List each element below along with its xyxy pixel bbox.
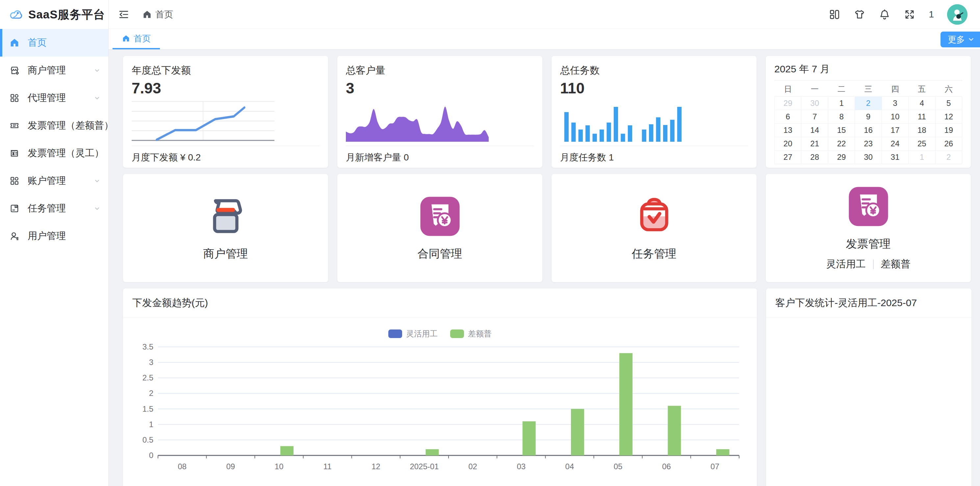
task-large-icon (633, 195, 676, 238)
calendar-weekday: 日 (775, 82, 801, 96)
calendar-weekday: 五 (908, 82, 935, 96)
svg-text:09: 09 (226, 462, 235, 471)
legend-swatch (388, 329, 402, 338)
shortcut-contract[interactable]: 合同管理 (337, 174, 542, 282)
calendar-day[interactable]: 16 (855, 123, 881, 137)
svg-text:08: 08 (178, 462, 186, 471)
calendar-day[interactable]: 20 (775, 137, 801, 150)
calendar-day[interactable]: 9 (855, 110, 881, 123)
stat-footer: 月度任务数 1 (560, 146, 748, 164)
grid-icon (9, 176, 20, 186)
calendar-day[interactable]: 31 (881, 150, 908, 164)
sublink[interactable]: 灵活用工 (826, 257, 866, 271)
theme-shirt-icon[interactable] (854, 8, 865, 21)
calendar-day[interactable]: 6 (775, 110, 801, 123)
calendar-day[interactable]: 24 (881, 137, 908, 150)
svg-text:1.5: 1.5 (143, 405, 153, 413)
calendar-day[interactable]: 10 (881, 110, 908, 123)
svg-text:04: 04 (565, 462, 574, 471)
sidebar-item-account[interactable]: 账户管理 (0, 167, 108, 195)
calendar-day[interactable]: 25 (908, 137, 935, 150)
shortcut-label: 合同管理 (418, 246, 462, 261)
svg-text:1: 1 (149, 420, 153, 429)
calendar-day[interactable]: 1 (908, 150, 935, 164)
sidebar-item-label: 发票管理（差额普） (28, 119, 113, 132)
svg-text:2.5: 2.5 (143, 373, 153, 382)
calendar-day[interactable]: 29 (828, 150, 854, 164)
calendar-day[interactable]: 29 (775, 96, 801, 110)
calendar-day[interactable]: 19 (935, 123, 962, 137)
calendar-day[interactable]: 21 (801, 137, 828, 150)
legend-swatch (450, 329, 464, 338)
calendar-day[interactable]: 13 (775, 123, 801, 137)
legend-item[interactable]: 灵活用工 (388, 329, 438, 339)
calendar-day[interactable]: 7 (801, 110, 828, 123)
sidebar-item-user[interactable]: 用户管理 (0, 222, 108, 250)
sidebar-item-merchant[interactable]: 商户管理 (0, 57, 108, 84)
sidebar-item-invoice-flex[interactable]: 发票管理（灵工） (0, 140, 108, 167)
sidebar-item-task[interactable]: 任务管理 (0, 195, 108, 222)
calendar-day[interactable]: 2 (935, 150, 962, 164)
sidebar-item-label: 账户管理 (28, 174, 93, 187)
fullscreen-icon[interactable] (904, 8, 915, 21)
chevron-down-icon (93, 177, 101, 185)
sidebar-item-invoice-diff[interactable]: 发票管理（差额普） (0, 112, 108, 140)
shortcut-label: 任务管理 (632, 246, 676, 261)
calendar-day[interactable]: 28 (801, 150, 828, 164)
more-button[interactable]: 更多 (940, 32, 980, 48)
notification-bell-icon[interactable] (879, 8, 891, 21)
sublink[interactable]: 差额普 (881, 257, 910, 271)
calendar-day[interactable]: 22 (828, 137, 854, 150)
calendar-day[interactable]: 12 (935, 110, 962, 123)
shortcut-invoice[interactable]: 发票管理灵活用工差额普 (766, 174, 971, 282)
calendar-day[interactable]: 27 (775, 150, 801, 164)
sidebar-item-home[interactable]: 首页 (0, 29, 108, 57)
calendar-day[interactable]: 26 (935, 137, 962, 150)
calendar-weekday: 三 (855, 82, 881, 96)
calendar-day[interactable]: 23 (855, 137, 881, 150)
sidebar-item-label: 发票管理（灵工） (28, 147, 104, 160)
calendar-day[interactable]: 18 (908, 123, 935, 137)
tab-home[interactable]: 首页 (113, 29, 160, 49)
receipt-yen-icon (9, 148, 20, 159)
sidebar-item-label: 任务管理 (28, 202, 93, 215)
doc-icon (9, 203, 20, 214)
customers-area-chart (346, 99, 489, 142)
sidebar-collapse-icon[interactable] (118, 8, 130, 21)
avatar[interactable] (947, 4, 967, 25)
calendar-day-selected[interactable]: 2 (855, 96, 881, 110)
calendar-day[interactable]: 30 (801, 96, 828, 110)
chevron-down-icon (93, 94, 101, 102)
calendar-day[interactable]: 1 (828, 96, 854, 110)
chevron-down-icon (967, 36, 975, 43)
sidebar-item-agent[interactable]: 代理管理 (0, 84, 108, 112)
calendar-day[interactable]: 3 (881, 96, 908, 110)
sidebar-item-label: 代理管理 (28, 91, 93, 105)
tab-count: 1 (929, 9, 934, 20)
shortcut-merchant[interactable]: 商户管理 (123, 174, 328, 282)
calendar-day[interactable]: 14 (801, 123, 828, 137)
calendar-day[interactable]: 15 (828, 123, 854, 137)
home-icon (122, 34, 130, 43)
calendar-day[interactable]: 30 (855, 150, 881, 164)
calendar-day[interactable]: 17 (881, 123, 908, 137)
layout-grid-icon[interactable] (829, 8, 840, 21)
app-title: SaaS服务平台 (28, 7, 105, 22)
legend-item[interactable]: 差额普 (450, 329, 492, 339)
annual-line-chart (132, 99, 274, 142)
stat-card-customers: 总客户量 3 月新增客户量 0 (337, 56, 542, 168)
calendar-day[interactable]: 5 (935, 96, 962, 110)
sidebar: SaaS服务平台 首页商户管理代理管理发票管理（差额普）发票管理（灵工）账户管理… (0, 0, 108, 486)
calendar-weekday: 一 (801, 82, 828, 96)
content: 年度总下发额 7.93 月度下发额 ¥ 0.2 总客户量 3 月新增客户量 0 … (108, 50, 980, 486)
svg-text:10: 10 (275, 462, 284, 471)
tab-label: 首页 (134, 33, 151, 44)
calendar-day[interactable]: 4 (908, 96, 935, 110)
svg-text:3: 3 (149, 358, 153, 367)
calendar-day[interactable]: 8 (828, 110, 854, 123)
trend-chart-title: 下发金额趋势(元) (123, 288, 757, 318)
shortcut-task[interactable]: 任务管理 (552, 174, 757, 282)
calendar-day[interactable]: 11 (908, 110, 935, 123)
stat-footer: 月度下发额 ¥ 0.2 (132, 146, 320, 164)
svg-text:11: 11 (323, 462, 332, 471)
